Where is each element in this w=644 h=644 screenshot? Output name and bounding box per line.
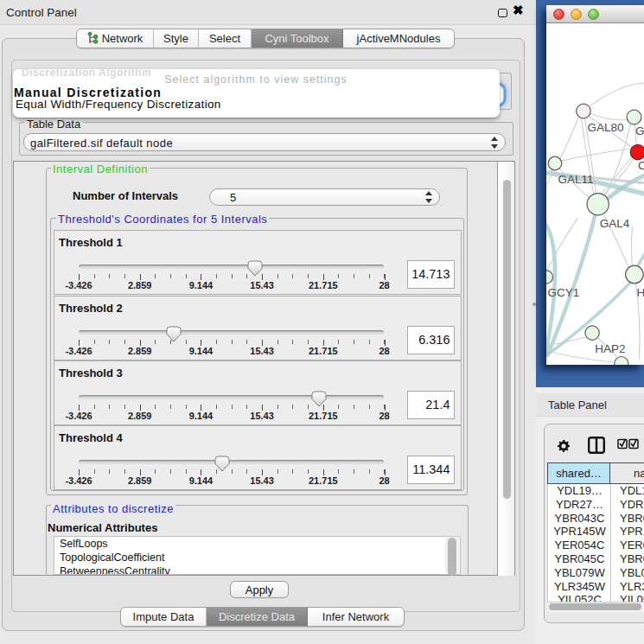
- svg-text:GAL4: GAL4: [599, 217, 629, 230]
- svg-text:GAL11: GAL11: [558, 173, 593, 186]
- svg-text:C: C: [638, 159, 644, 172]
- svg-text:GAL80: GAL80: [587, 121, 623, 134]
- svg-text:H: H: [636, 286, 644, 299]
- svg-text:GCY1: GCY1: [547, 286, 579, 299]
- svg-text:GA: GA: [635, 124, 644, 137]
- svg-text:HAP2: HAP2: [595, 342, 625, 355]
